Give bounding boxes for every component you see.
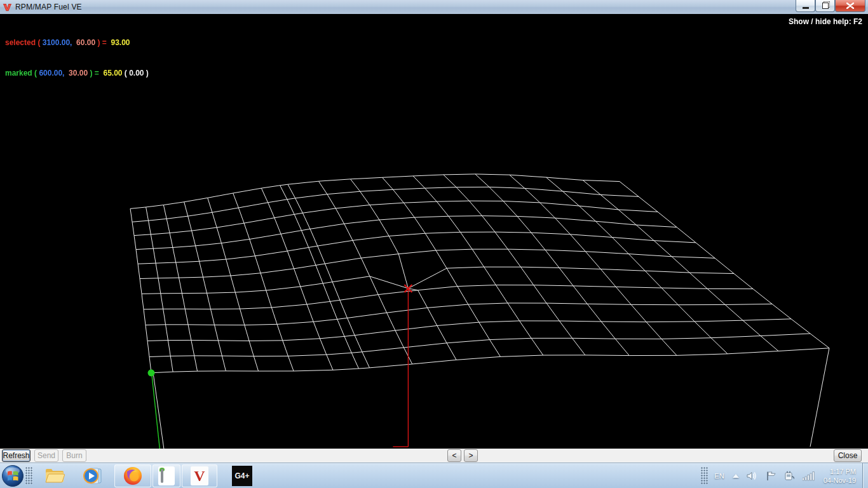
tray-clock[interactable]: 1:17 PM 04-Nov-19 [824, 467, 856, 485]
status-token: 3100.00, [43, 38, 72, 47]
up-arrow-icon [733, 474, 739, 478]
g4-label: G4+ [234, 471, 249, 480]
action-center-button[interactable] [766, 471, 776, 481]
show-desktop-button[interactable] [862, 463, 868, 488]
status-token: ( [37, 38, 42, 47]
status-token: 60.00 [72, 38, 97, 47]
idaq-icon [158, 466, 175, 485]
folder-icon [44, 467, 65, 485]
title-bar: RPM/MAP Fuel VE [0, 0, 868, 15]
close-window-button[interactable] [835, 0, 865, 12]
taskbar: V G4+ EN [0, 463, 868, 488]
tray-grip [701, 467, 709, 485]
minimize-button[interactable] [796, 0, 815, 12]
close-icon [846, 3, 854, 9]
status-token: 30.00 [64, 69, 90, 78]
network-button[interactable] [803, 471, 815, 481]
taskbar-item-firefox[interactable] [114, 464, 151, 487]
status-token: selected [5, 38, 37, 47]
taskbar-item-idaq[interactable] [153, 464, 180, 487]
windows-start-icon [1, 464, 24, 487]
status-token: marked [5, 69, 34, 78]
speaker-icon [747, 471, 758, 481]
flag-icon [766, 471, 776, 481]
status-token: = [95, 69, 99, 78]
screen: { "window": { "title": "RPM/MAP Fuel VE"… [0, 0, 868, 488]
clock-time: 1:17 PM [824, 467, 856, 476]
system-tray: EN [700, 463, 868, 488]
status-token: = [102, 38, 107, 47]
restore-button[interactable] [815, 0, 835, 12]
taskbar-item-g4[interactable]: G4+ [229, 464, 255, 487]
taskbar-item-vemstune[interactable]: V [182, 464, 217, 487]
next-table-button[interactable]: > [464, 449, 478, 462]
start-button[interactable] [1, 464, 24, 487]
minimize-icon [803, 7, 809, 9]
language-indicator[interactable]: EN [714, 472, 724, 480]
power-button[interactable] [784, 471, 795, 481]
restore-icon [822, 3, 829, 9]
signal-bars-icon [803, 471, 815, 481]
status-token: 93.00 [107, 38, 130, 47]
status-token: ( 0.00 ) [125, 69, 149, 78]
firefox-icon [123, 466, 143, 486]
idaq-i-stem [161, 469, 163, 483]
app-v-icon [3, 3, 12, 12]
status-token: 600.00, [39, 69, 64, 78]
clock-date: 04-Nov-19 [824, 476, 856, 485]
burn-button[interactable]: Burn [62, 449, 86, 462]
g4-icon: G4+ [232, 466, 252, 486]
volume-button[interactable] [747, 471, 758, 481]
status-readout: selected ( 3100.00, 60.00 ) = 93.00 mark… [5, 17, 149, 88]
footer-bar: Refresh Send Burn < > Close [0, 449, 868, 463]
vemstune-v-letter: V [194, 468, 205, 484]
caption-buttons [796, 0, 865, 12]
close-button[interactable]: Close [834, 449, 862, 462]
taskbar-item-media-player[interactable] [81, 464, 104, 487]
status-token: 65.00 [99, 69, 125, 78]
help-hint: Show / hide help: F2 [789, 17, 862, 26]
taskbar-grip [25, 467, 33, 485]
status-token: ) [90, 69, 94, 78]
media-player-icon [83, 466, 103, 485]
send-button[interactable]: Send [34, 449, 58, 462]
status-marked-line: marked ( 600.00, 30.00 ) = 65.00 ( 0.00 … [5, 68, 149, 78]
status-token: ) [97, 38, 102, 47]
status-selected-line: selected ( 3100.00, 60.00 ) = 93.00 [5, 37, 149, 48]
power-plug-icon [784, 471, 795, 481]
taskbar-item-explorer[interactable] [43, 464, 66, 487]
prev-table-button[interactable]: < [447, 449, 461, 462]
window-title: RPM/MAP Fuel VE [15, 3, 82, 11]
vemstune-icon: V [191, 466, 208, 485]
refresh-button[interactable]: Refresh [2, 449, 31, 462]
show-hidden-icons-button[interactable] [733, 474, 739, 478]
